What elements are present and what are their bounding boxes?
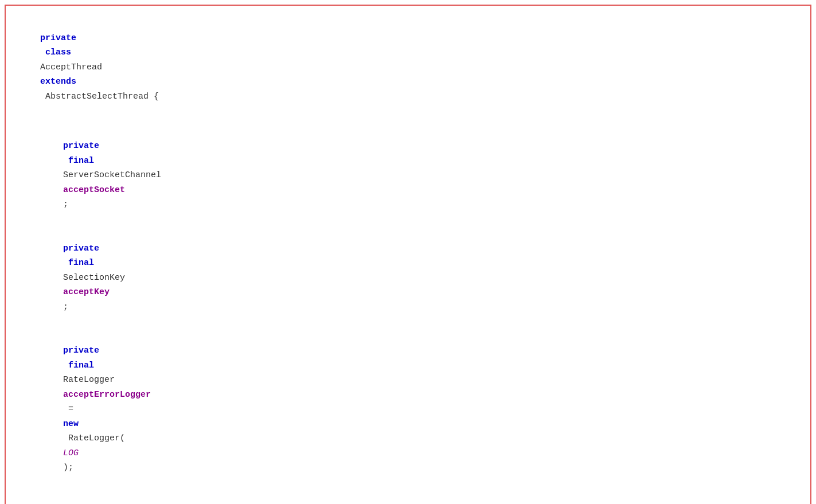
field-line-1: private final ServerSocketChannel accept… [19,124,797,227]
type-2: SelectionKey [63,273,130,283]
type-3: RateLogger [63,375,120,385]
keyword-class: class [40,48,76,57]
class-name: AcceptThread [40,62,107,72]
kw-final-1: final [63,156,99,166]
type-1: ServerSocketChannel [63,170,166,180]
semi-2: ; [63,302,68,312]
var-3: acceptErrorLogger [63,390,151,400]
code-container: private class AcceptThread extends Abstr… [5,5,811,504]
semi-1: ; [63,200,68,209]
kw-final-2: final [63,258,99,268]
assign-3: = [63,404,79,414]
kw-private-1: private [63,141,99,151]
end-3: ); [63,463,73,472]
field-line-3: private final RateLogger acceptErrorLogg… [19,329,797,490]
var-2: acceptKey [63,287,110,297]
field-line-4: private final Collection<SelectorThread>… [19,490,797,504]
kw-final-3: final [63,361,99,370]
kw-private-3: private [63,346,99,355]
italic-log: LOG [63,448,79,458]
var-1: acceptSocket [63,185,125,195]
new-type-3: RateLogger( [63,433,125,443]
field-line-2: private final SelectionKey acceptKey ; [19,226,797,329]
superclass-name: AbstractSelectThread { [40,92,159,101]
keyword-private: private [40,33,76,43]
class-declaration-line: private class AcceptThread extends Abstr… [19,16,797,119]
kw-private-2: private [63,244,99,253]
keyword-extends: extends [40,77,76,87]
kw-new-3: new [63,419,79,429]
